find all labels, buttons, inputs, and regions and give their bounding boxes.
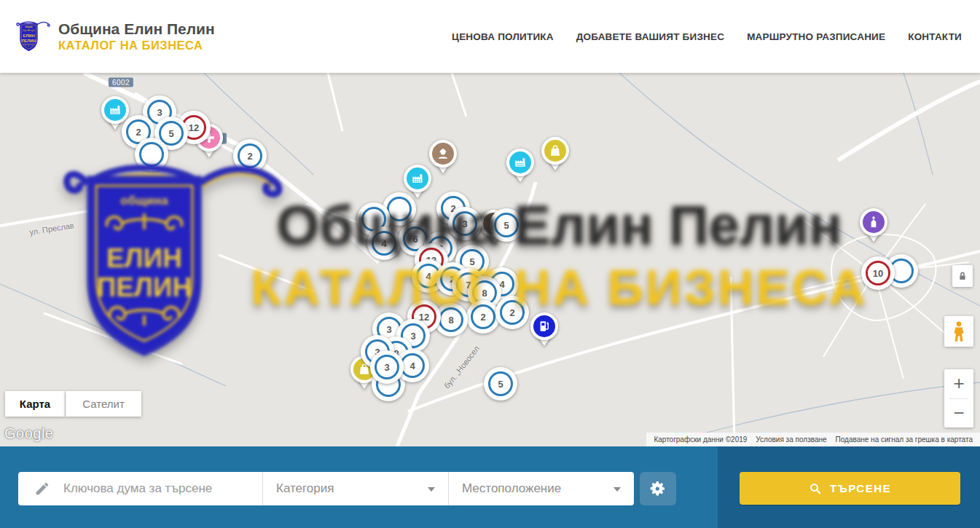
google-logo[interactable]: Google [4,425,54,442]
gear-icon [649,480,667,497]
location-dropdown-label: Местоположение [462,481,561,496]
search-fields: Категория Местоположение [18,472,634,505]
cluster-marker[interactable]: 10 [861,256,895,290]
cluster-count [387,197,412,221]
search-bar: Категория Местоположение ТЪРСЕНЕ [0,446,980,528]
cluster-marker[interactable]: 5 [484,367,517,401]
advanced-search-button[interactable] [640,472,676,505]
attribution-copyright: Картографски данни ©2019 [649,436,751,444]
cluster-marker[interactable]: 2 [233,139,267,173]
cluster-count: 5 [488,371,513,396]
cluster-count: 3 [452,211,477,236]
factory-icon [404,165,431,192]
fuel-icon [530,312,558,340]
header: община ЕЛИН ПЕЛИН Община Елин Пелин [0,0,980,73]
cluster-count: 2 [500,300,525,325]
map-canvas[interactable]: 3212522354671354274822812338343510 6002у… [0,73,980,446]
site-subtitle: КАТАЛОГ НА БИЗНЕСА [58,39,215,52]
category-dropdown-label: Категория [276,481,334,496]
cluster-marker[interactable] [135,138,168,171]
chevron-down-icon [428,487,435,495]
svg-text:ЕЛИН: ЕЛИН [23,34,34,38]
cluster-marker[interactable]: 4 [367,226,401,260]
church-icon [860,208,887,236]
cluster-count [139,142,164,167]
map-attribution: Картографски данни ©2019 Условия за полз… [646,433,980,446]
category-pin-marker[interactable] [503,149,537,189]
cluster-count: 8 [439,307,463,332]
pegman-button[interactable] [944,316,973,347]
cluster-count: 4 [400,353,425,378]
site-title: Община Елин Пелин [58,20,215,38]
bag-icon [541,137,569,165]
report-error-link[interactable]: Подаване на сигнал за грешка в картата [831,436,977,444]
category-pin-marker[interactable] [538,137,572,178]
zoom-control: + − [944,369,973,427]
category-pin-marker[interactable] [528,312,561,353]
page: община ЕЛИН ПЕЛИН Община Елин Пелин [0,0,980,528]
category-pin-marker[interactable] [857,208,890,249]
pegman-icon [951,320,967,342]
cluster-marker[interactable]: 2 [466,300,500,334]
map-view-button[interactable]: Карта [5,391,65,417]
cluster-count: 2 [471,304,495,329]
search-button-label: ТЪРСЕНЕ [830,482,891,494]
location-dropdown[interactable]: Местоположение [448,472,634,505]
nav-item-contacts[interactable]: КОНТАКТИ [908,31,962,42]
factory-icon [101,96,129,124]
site-logo[interactable]: община ЕЛИН ПЕЛИН Община Елин Пелин [16,14,215,59]
cluster-marker[interactable]: 5 [490,208,523,242]
lock-icon [957,270,968,282]
factory-icon [506,149,534,176]
zoom-out-button[interactable]: − [944,398,973,427]
terms-link[interactable]: Условия за ползване [751,436,831,444]
nav-item-add-business[interactable]: ДОБАВЕТЕ ВАШИЯТ БИЗНЕС [576,31,724,42]
pencil-icon [34,481,50,497]
municipality-crest-icon: община ЕЛИН ПЕЛИН [16,14,51,59]
cluster-count: 4 [372,231,396,256]
search-submit-button[interactable]: ТЪРСЕНЕ [740,472,960,505]
site-title-block: Община Елин Пелин КАТАЛОГ НА БИЗНЕСА [58,20,215,52]
cluster-count: 5 [494,213,519,237]
cluster-marker[interactable]: 2 [495,296,529,329]
road-number-badge: 6002 [109,78,133,87]
cluster-count: 10 [866,261,890,285]
nav-item-pricing[interactable]: ЦЕНОВА ПОЛИТИКА [452,31,554,42]
worker-icon [429,140,457,168]
satellite-view-button[interactable]: Сателит [66,391,141,417]
search-icon [809,482,822,495]
zoom-in-button[interactable]: + [944,369,973,398]
cluster-marker[interactable]: 3 [448,207,482,240]
keyword-field-wrap [18,472,262,505]
chevron-down-icon [614,487,621,495]
main-nav: ЦЕНОВА ПОЛИТИКА ДОБАВЕТЕ ВАШИЯТ БИЗНЕС М… [452,31,962,42]
nav-item-route-schedule[interactable]: МАРШРУТНО РАЗПИСАНИЕ [747,31,885,42]
svg-text:ПЕЛИН: ПЕЛИН [21,39,36,43]
lock-button[interactable] [952,265,973,287]
cluster-marker[interactable]: 3 [370,350,404,384]
keyword-search-input[interactable] [62,481,262,497]
category-dropdown[interactable]: Категория [262,472,448,505]
cluster-count: 2 [238,143,262,168]
map-type-control: Карта Сателит [5,391,141,417]
cluster-count: 3 [375,355,399,379]
